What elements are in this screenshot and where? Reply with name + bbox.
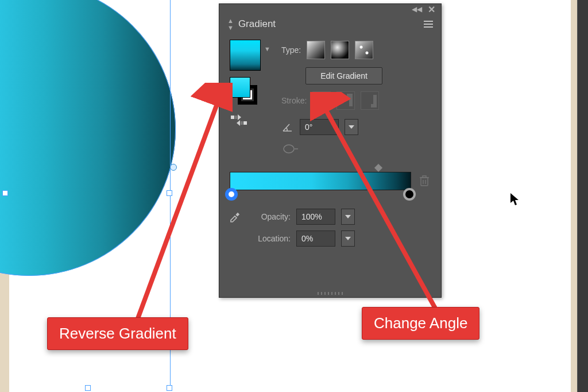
panel-controls: ◀◀ ✕ — [219, 4, 441, 14]
callout-reverse-gradient: Reverse Gradient — [47, 317, 188, 350]
location-input[interactable]: 0% — [296, 230, 335, 247]
panel-close-icon[interactable]: ✕ — [428, 4, 435, 15]
page-root: ◀◀ ✕ ▲▼ Gradient ▼ Type: — [0, 0, 588, 392]
svg-marker-3 — [237, 120, 240, 126]
panel-collapse-icon[interactable]: ◀◀ — [412, 5, 422, 13]
opacity-label: Opacity: — [245, 212, 291, 221]
bbox-handle[interactable] — [167, 385, 172, 391]
svg-rect-4 — [241, 121, 243, 125]
swatch-dropdown-icon[interactable]: ▼ — [264, 45, 270, 52]
stroke-across-button[interactable] — [361, 91, 379, 110]
updown-icon[interactable]: ▲▼ — [227, 17, 234, 31]
bbox-handle[interactable] — [167, 190, 172, 196]
panel-resize-grip[interactable] — [318, 292, 343, 295]
svg-rect-1 — [235, 116, 237, 119]
callout-change-angle: Change Angle — [362, 307, 479, 340]
mouse-cursor-icon — [510, 193, 520, 206]
panel-body: ▼ Type: Edit Gradient Stroke: — [219, 34, 441, 297]
stop-options: Opacity: 100% Location: 0% — [230, 209, 355, 252]
stroke-within-button[interactable] — [312, 91, 331, 110]
anchor-point[interactable] — [170, 164, 177, 171]
stroke-along-button[interactable] — [336, 91, 355, 110]
right-dock-bar[interactable] — [577, 0, 588, 392]
location-label: Location: — [245, 234, 291, 243]
type-label: Type: — [281, 45, 301, 55]
gradient-midpoint[interactable] — [374, 164, 382, 172]
eyedropper-icon[interactable] — [229, 210, 241, 224]
gradient-preview-swatch[interactable] — [230, 40, 261, 71]
angle-input[interactable]: 0° — [300, 119, 339, 135]
aspect-ratio-icon[interactable] — [283, 143, 299, 156]
delete-stop-icon[interactable] — [419, 174, 430, 189]
gradient-bar[interactable] — [230, 172, 411, 190]
radial-gradient-button[interactable] — [331, 41, 349, 59]
type-row: Type: — [281, 41, 373, 59]
panel-title: Gradient — [238, 18, 276, 30]
svg-rect-0 — [231, 116, 234, 119]
angle-row: 0° — [281, 119, 358, 135]
svg-point-6 — [284, 145, 294, 153]
stroke-label: Stroke: — [281, 96, 307, 105]
reverse-gradient-button[interactable] — [231, 114, 247, 126]
location-dropdown[interactable] — [341, 230, 355, 247]
linear-gradient-button[interactable] — [307, 41, 325, 59]
freeform-gradient-button[interactable] — [355, 41, 373, 59]
opacity-input[interactable]: 100% — [296, 209, 335, 225]
opacity-dropdown[interactable] — [341, 209, 355, 225]
angle-icon — [281, 121, 294, 133]
angle-dropdown[interactable] — [345, 119, 358, 135]
gradient-slider[interactable] — [230, 172, 411, 190]
stroke-row: Stroke: — [281, 91, 379, 110]
gradient-circle-shape[interactable] — [0, 0, 176, 276]
gradient-panel: ◀◀ ✕ ▲▼ Gradient ▼ Type: — [219, 3, 442, 298]
gradient-stop-right[interactable] — [403, 188, 416, 201]
edit-gradient-button[interactable]: Edit Gradient — [305, 67, 382, 84]
svg-rect-5 — [243, 121, 247, 125]
fill-swatch[interactable] — [230, 77, 250, 98]
panel-title-bar: ▲▼ Gradient — [219, 14, 441, 34]
panel-menu-icon[interactable] — [424, 21, 433, 28]
svg-marker-2 — [238, 114, 241, 120]
bbox-handle[interactable] — [85, 385, 91, 391]
gradient-stop-left[interactable] — [225, 188, 238, 201]
svg-rect-8 — [421, 178, 428, 186]
